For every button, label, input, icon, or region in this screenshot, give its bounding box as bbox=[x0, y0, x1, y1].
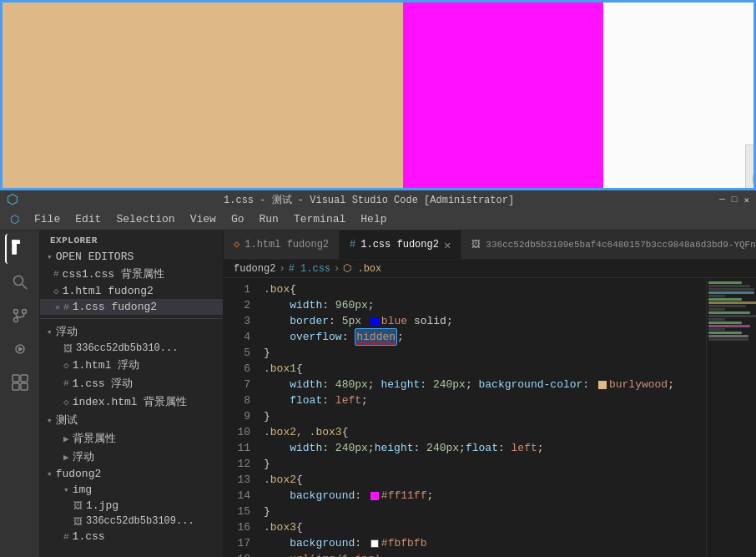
activity-bar bbox=[0, 230, 40, 557]
preview-owl bbox=[745, 144, 756, 190]
tab-close-icon[interactable]: ✕ bbox=[444, 238, 451, 252]
preview-box3 bbox=[603, 3, 756, 190]
menubar: ⬡ File Edit Selection View Go Run Termin… bbox=[0, 209, 756, 230]
activity-source-control[interactable] bbox=[5, 301, 35, 331]
explorer-title: EXPLORER bbox=[40, 230, 223, 249]
menu-terminal[interactable]: Terminal bbox=[287, 211, 352, 227]
open-editor-css1[interactable]: # css1.css 背景属性 bbox=[40, 265, 223, 283]
preview-area bbox=[0, 0, 756, 190]
activity-search[interactable] bbox=[5, 267, 35, 297]
code-line-16: .box3{ bbox=[264, 519, 706, 535]
code-content[interactable]: .box{ width: 960px; border: 5px blue sol… bbox=[257, 278, 706, 557]
line-numbers: 12345 678910 1112131415 161718 bbox=[224, 278, 257, 557]
code-line-17: background: #fbfbfb bbox=[264, 535, 706, 551]
tab-image[interactable]: 🖼 336cc52db5b3109e5baf4c6480157b3cc9848a… bbox=[461, 230, 756, 259]
menu-go[interactable]: Go bbox=[224, 211, 251, 227]
close-icon[interactable]: ✕ bbox=[55, 302, 60, 312]
svg-point-19 bbox=[13, 276, 23, 286]
tab-css-fudong2[interactable]: # 1.css fudong2 ✕ bbox=[340, 230, 461, 259]
file-1jpg[interactable]: 🖼 1.jpg bbox=[40, 498, 223, 514]
breadcrumb: fudong2 › # 1.css › ⬡ .box bbox=[224, 260, 756, 278]
code-line-14: background: #ff11ff; bbox=[264, 488, 706, 504]
menu-view[interactable]: View bbox=[184, 211, 223, 227]
file-336img[interactable]: 🖼 336cc52db5b3109... bbox=[40, 514, 223, 529]
code-line-3: border: 5px blue solid; bbox=[264, 313, 706, 329]
file-css-fudong[interactable]: # 1.css 浮动 bbox=[40, 374, 223, 392]
main-layout: EXPLORER ▾ OPEN EDITORS # css1.css 背景属性 … bbox=[0, 230, 756, 557]
code-line-9: } bbox=[264, 408, 706, 424]
code-line-15: } bbox=[264, 504, 706, 519]
menu-run[interactable]: Run bbox=[252, 211, 285, 227]
editor-area: ◇ 1.html fudong2 # 1.css fudong2 ✕ 🖼 336… bbox=[224, 230, 756, 557]
svg-rect-30 bbox=[21, 383, 28, 390]
code-line-6: .box1{ bbox=[264, 361, 706, 377]
code-line-5: } bbox=[264, 345, 706, 361]
code-line-8: float: left; bbox=[264, 392, 706, 408]
vscode-window: ⬡ 1.css - 测试 - Visual Studio Code [Admin… bbox=[0, 190, 756, 557]
menu-edit[interactable]: Edit bbox=[68, 211, 108, 227]
code-line-10: .box2, .box3{ bbox=[264, 424, 706, 440]
preview-box2 bbox=[403, 3, 603, 190]
folder-fudong2[interactable]: ▾ fudong2 bbox=[40, 466, 223, 482]
minimize-button[interactable]: ─ bbox=[719, 195, 725, 205]
maximize-button[interactable]: □ bbox=[732, 195, 738, 205]
code-line-12: } bbox=[264, 456, 706, 472]
titlebar: ⬡ 1.css - 测试 - Visual Studio Code [Admin… bbox=[0, 190, 756, 209]
folder-ceshi[interactable]: ▾ 测试 bbox=[40, 411, 223, 429]
file-1css[interactable]: # 1.css bbox=[40, 529, 223, 544]
code-line-7: width: 480px; height: 240px; background-… bbox=[264, 377, 706, 392]
svg-rect-0 bbox=[746, 145, 756, 190]
svg-rect-28 bbox=[21, 375, 28, 382]
folder-fudong2-sub[interactable]: ▶ 浮动 bbox=[40, 448, 223, 466]
close-button[interactable]: ✕ bbox=[743, 195, 749, 205]
sidebar[interactable]: EXPLORER ▾ OPEN EDITORS # css1.css 背景属性 … bbox=[40, 230, 224, 557]
breadcrumb-symbol[interactable]: ⬡ .box bbox=[343, 262, 381, 275]
svg-line-20 bbox=[22, 285, 27, 290]
code-line-2: width: 960px; bbox=[264, 297, 706, 313]
breadcrumb-root[interactable]: fudong2 bbox=[234, 263, 275, 275]
activity-explorer[interactable] bbox=[5, 234, 35, 264]
svg-point-22 bbox=[22, 310, 26, 314]
minimap bbox=[706, 278, 756, 557]
code-line-13: .box2{ bbox=[264, 472, 706, 488]
folder-background[interactable]: ▶ 背景属性 bbox=[40, 429, 223, 448]
preview-box1 bbox=[3, 3, 403, 190]
code-editor[interactable]: 12345 678910 1112131415 161718 .box{ wid… bbox=[224, 278, 756, 557]
vscode-logo[interactable]: ⬡ bbox=[3, 211, 26, 228]
svg-point-23 bbox=[13, 318, 18, 322]
open-editors-header[interactable]: ▾ OPEN EDITORS bbox=[40, 249, 223, 265]
menu-selection[interactable]: Selection bbox=[109, 211, 181, 227]
breadcrumb-file[interactable]: # 1.css bbox=[289, 263, 330, 275]
svg-point-21 bbox=[13, 310, 18, 314]
menu-help[interactable]: Help bbox=[354, 211, 393, 227]
open-editor-html1[interactable]: ◇ 1.html fudong2 bbox=[40, 283, 223, 299]
svg-rect-29 bbox=[13, 383, 19, 390]
svg-marker-26 bbox=[18, 347, 23, 352]
titlebar-controls[interactable]: ─ □ ✕ bbox=[719, 195, 749, 205]
folder-fudong[interactable]: ▾ 浮动 bbox=[40, 322, 223, 341]
activity-extensions[interactable] bbox=[5, 367, 35, 397]
code-line-11: width: 240px;height: 240px;float: left; bbox=[264, 440, 706, 456]
svg-rect-27 bbox=[13, 375, 19, 382]
file-index-html[interactable]: ◇ index.html 背景属性 bbox=[40, 392, 223, 411]
code-line-1: .box{ bbox=[264, 281, 706, 297]
folder-img[interactable]: ▾ img bbox=[40, 482, 223, 498]
file-html-fudong[interactable]: ◇ 1.html 浮动 bbox=[40, 356, 223, 374]
code-line-18: url(img/1.jpg) bbox=[264, 551, 706, 557]
open-editor-css-fudong2[interactable]: ✕ # 1.css fudong2 bbox=[40, 299, 223, 315]
menu-file[interactable]: File bbox=[28, 211, 67, 227]
file-img-336[interactable]: 🖼 336cc52db5b310... bbox=[40, 341, 223, 356]
code-line-4: overflow: hidden; bbox=[264, 329, 706, 345]
tabs-bar: ◇ 1.html fudong2 # 1.css fudong2 ✕ 🖼 336… bbox=[224, 230, 756, 260]
titlebar-title: 1.css - 测试 - Visual Studio Code [Adminis… bbox=[18, 193, 719, 207]
vscode-icon: ⬡ bbox=[7, 191, 18, 208]
activity-debug[interactable] bbox=[5, 334, 35, 364]
tab-html-fudong2[interactable]: ◇ 1.html fudong2 bbox=[224, 230, 340, 259]
